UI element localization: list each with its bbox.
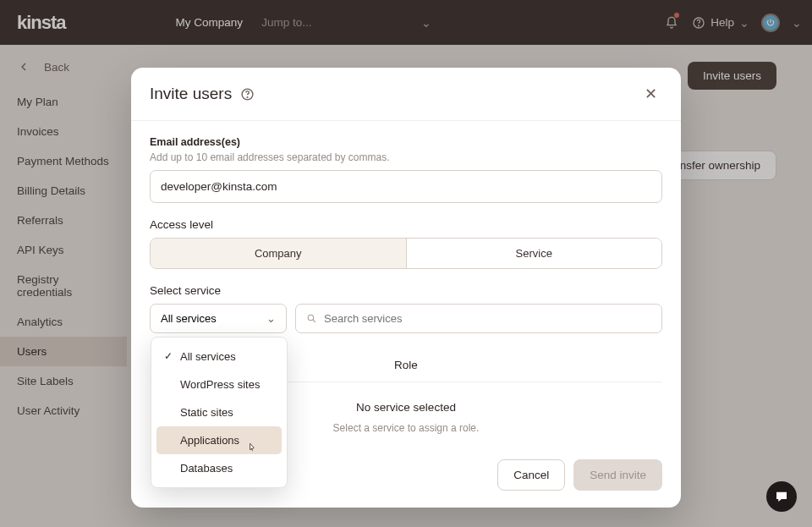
- access-level-company[interactable]: Company: [151, 239, 406, 268]
- service-option-static[interactable]: Static sites: [156, 398, 282, 426]
- service-option-all[interactable]: All services: [156, 343, 282, 371]
- service-dropdown: All services WordPress sites Static site…: [151, 337, 288, 488]
- cursor-icon: [246, 441, 258, 454]
- service-option-wordpress[interactable]: WordPress sites: [156, 371, 282, 398]
- service-search[interactable]: [295, 304, 662, 333]
- invite-users-modal: Invite users ✕ Email address(es) Add up …: [131, 68, 681, 508]
- service-select[interactable]: All services ⌄ All services WordPress si…: [150, 304, 287, 333]
- access-level-label: Access level: [150, 218, 662, 231]
- email-label: Email address(es): [150, 136, 662, 148]
- svg-point-4: [308, 315, 314, 321]
- chevron-down-icon: ⌄: [266, 312, 276, 325]
- email-hint: Add up to 10 email addresses separated b…: [150, 151, 662, 163]
- modal-title: Invite users: [150, 85, 232, 103]
- cancel-button[interactable]: Cancel: [497, 459, 565, 491]
- support-chat-button[interactable]: [766, 481, 797, 512]
- chat-icon: [774, 489, 789, 504]
- send-invite-button[interactable]: Send invite: [573, 459, 662, 491]
- service-option-databases[interactable]: Databases: [156, 454, 282, 482]
- close-icon: ✕: [645, 85, 657, 102]
- modal-overlay: Invite users ✕ Email address(es) Add up …: [0, 0, 812, 527]
- service-select-value: All services: [161, 312, 217, 325]
- close-button[interactable]: ✕: [645, 86, 657, 102]
- svg-point-3: [247, 96, 248, 97]
- access-level-service[interactable]: Service: [406, 239, 662, 268]
- service-option-label: Applications: [180, 434, 239, 447]
- service-option-applications[interactable]: Applications: [156, 426, 282, 454]
- access-level-segmented: Company Service: [150, 238, 662, 269]
- select-service-label: Select service: [150, 284, 662, 297]
- help-circle-icon[interactable]: [240, 87, 255, 102]
- service-search-input[interactable]: [324, 312, 651, 325]
- search-icon: [306, 313, 317, 324]
- email-input[interactable]: [150, 170, 662, 203]
